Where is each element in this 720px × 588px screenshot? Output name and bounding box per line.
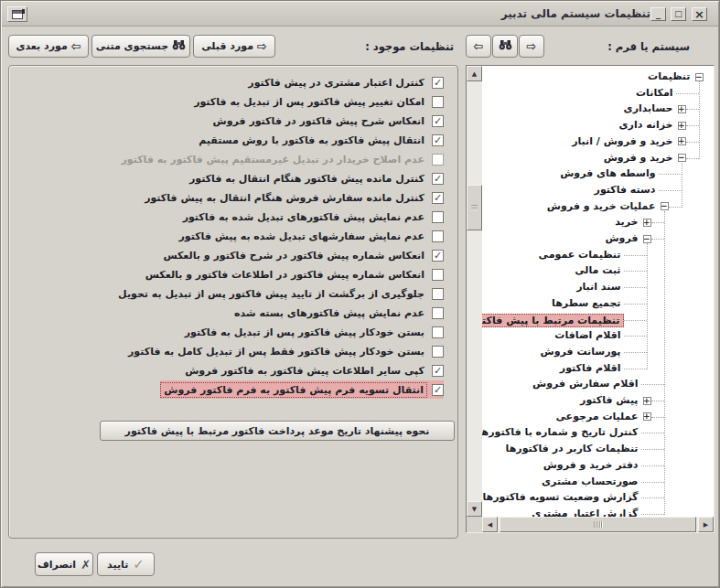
tree-previous-button[interactable]: ⇨ bbox=[519, 35, 544, 58]
ok-button[interactable]: تایید ✓ bbox=[97, 552, 155, 576]
tree-node-label[interactable]: ثبت مالی bbox=[572, 264, 623, 276]
window-icon[interactable] bbox=[7, 6, 27, 22]
tree-node[interactable]: واسطه های فروش bbox=[482, 166, 713, 182]
tree-node[interactable]: −خرید و فروش bbox=[482, 151, 713, 166]
tree-node-label[interactable]: پورسانت فروش bbox=[538, 346, 624, 358]
tree-node-label[interactable]: تنظیمات مرتبط با پیش فاکتور bbox=[482, 314, 624, 327]
tree-node[interactable]: دسته فاکتور bbox=[482, 183, 713, 198]
tree-node[interactable]: −فروش bbox=[482, 231, 713, 247]
tree-node[interactable]: +پیش فاکتور bbox=[482, 393, 713, 409]
tree-node[interactable]: +خرید و فروش / انبار bbox=[482, 134, 713, 150]
tree-node[interactable]: گزارش وضعیت تسویه فاکتورها bbox=[482, 490, 713, 506]
cancel-button[interactable]: انصراف ✗ bbox=[35, 552, 93, 576]
text-search-button[interactable]: جستجوی متنی bbox=[91, 35, 190, 58]
checkbox[interactable] bbox=[432, 307, 444, 319]
tree-node-label[interactable]: خرید bbox=[612, 216, 640, 228]
tree-node-label[interactable]: واسطه های فروش bbox=[557, 167, 658, 179]
checkbox[interactable]: ✓ bbox=[432, 192, 444, 204]
tree-horizontal-scrollbar[interactable]: ◀ ▶ bbox=[482, 517, 714, 532]
tree-node-label[interactable]: تنظیمات کاربر در فاکتورها bbox=[503, 443, 641, 454]
tree-vertical-scrollbar[interactable]: ▲ ▼ bbox=[467, 66, 482, 517]
due-date-suggestion-button[interactable]: نحوه پیشنهاد تاریخ موعد پرداخت فاکتور مر… bbox=[100, 421, 455, 441]
tree-node[interactable]: صورتحساب مشتری bbox=[482, 475, 713, 490]
tree-node-label[interactable]: پیش فاکتور bbox=[577, 394, 640, 406]
tree-node-label[interactable]: عملیات مرجوعی bbox=[553, 411, 640, 422]
tree-node-label[interactable]: صورتحساب مشتری bbox=[539, 476, 641, 487]
tree-node-label[interactable]: کنترل تاریخ و شماره با فاکتورهای قب bbox=[482, 426, 641, 438]
collapse-icon[interactable]: − bbox=[661, 202, 669, 210]
tree-search-button[interactable] bbox=[492, 35, 518, 58]
tree-node[interactable]: دفتر خرید و فروش bbox=[482, 458, 713, 474]
expand-icon[interactable]: + bbox=[678, 122, 686, 130]
horizontal-scroll-thumb[interactable] bbox=[500, 517, 696, 532]
checkbox[interactable] bbox=[432, 288, 444, 300]
previous-item-button[interactable]: مورد قبلی ⇨ bbox=[193, 35, 275, 58]
tree-node[interactable]: اقلام اضافات bbox=[482, 328, 713, 344]
tree-node-label[interactable]: تنظیمات عمومی bbox=[536, 249, 624, 261]
checkbox[interactable]: ✓ bbox=[432, 77, 444, 89]
tree-node-label[interactable]: خزانه داری bbox=[616, 119, 675, 131]
tree-node-label[interactable]: فروش bbox=[602, 232, 640, 244]
vertical-scroll-thumb[interactable] bbox=[467, 185, 482, 230]
tree-node[interactable]: ثبت مالی bbox=[482, 263, 713, 279]
scroll-down-icon[interactable]: ▼ bbox=[467, 501, 482, 517]
checkbox[interactable] bbox=[432, 326, 444, 338]
checkbox[interactable]: ✓ bbox=[432, 115, 444, 127]
collapse-icon[interactable]: − bbox=[695, 73, 704, 81]
expand-icon[interactable]: + bbox=[643, 219, 651, 227]
scroll-right-icon[interactable]: ▶ bbox=[698, 517, 714, 532]
tree-node-label[interactable]: خرید و فروش / انبار bbox=[569, 135, 675, 147]
checkbox[interactable]: ✓ bbox=[432, 134, 444, 146]
tree-node[interactable]: اقلام فاکتور bbox=[482, 361, 713, 377]
expand-icon[interactable]: + bbox=[678, 105, 686, 113]
scroll-up-icon[interactable]: ▲ bbox=[467, 66, 482, 81]
tree-node-label[interactable]: عملیات خرید و فروش bbox=[544, 200, 659, 212]
tree-node[interactable]: +عملیات مرجوعی bbox=[482, 410, 713, 425]
tree-node-label[interactable]: دفتر خرید و فروش bbox=[541, 459, 641, 471]
tree-node[interactable]: اقلام سفارش فروش bbox=[482, 377, 713, 392]
tree-node[interactable]: +خزانه داری bbox=[482, 118, 713, 134]
collapse-icon[interactable]: − bbox=[678, 154, 686, 162]
tree-node[interactable]: پورسانت فروش bbox=[482, 345, 713, 360]
checkbox[interactable] bbox=[432, 96, 444, 108]
expand-icon[interactable]: + bbox=[678, 137, 686, 145]
expand-icon[interactable]: + bbox=[643, 397, 651, 405]
expand-icon[interactable]: + bbox=[643, 412, 651, 421]
tree-node-label[interactable]: اقلام اضافات bbox=[552, 329, 623, 341]
scroll-left-icon[interactable]: ◀ bbox=[482, 517, 498, 532]
minimize-button[interactable]: _ bbox=[650, 7, 666, 21]
tree-node-label[interactable]: تجمیع سطرها bbox=[549, 297, 623, 309]
tree-node[interactable]: سند انبار bbox=[482, 280, 713, 295]
tree-node-label[interactable]: امکانات bbox=[633, 87, 675, 99]
tree-node[interactable]: −تنظیمات bbox=[482, 69, 713, 85]
tree-node[interactable]: امکانات bbox=[482, 86, 713, 102]
tree-node[interactable]: تنظیمات عمومی bbox=[482, 248, 713, 263]
tree-node-label[interactable]: اقلام فاکتور bbox=[557, 362, 624, 374]
tree-node-label[interactable]: گزارش وضعیت تسویه فاکتورها bbox=[482, 491, 641, 503]
tree-node-label[interactable]: حسابداری bbox=[621, 102, 676, 114]
close-button[interactable]: × bbox=[692, 7, 707, 21]
tree-node[interactable]: تجمیع سطرها bbox=[482, 296, 713, 312]
tree-node[interactable]: تنظیمات کاربر در فاکتورها bbox=[482, 442, 713, 457]
checkbox[interactable] bbox=[432, 346, 444, 358]
tree-node[interactable]: تنظیمات مرتبط با پیش فاکتور bbox=[482, 313, 713, 328]
tree-node-label[interactable]: خرید و فروش bbox=[601, 152, 676, 164]
checkbox[interactable]: ✓ bbox=[432, 384, 444, 396]
tree-node[interactable]: کنترل تاریخ و شماره با فاکتورهای قب bbox=[482, 425, 713, 441]
tree-node[interactable]: گزارش اعتبار مشتری bbox=[482, 507, 713, 517]
tree-node[interactable]: +حسابداری bbox=[482, 102, 713, 117]
checkbox[interactable]: ✓ bbox=[432, 365, 444, 377]
next-item-button[interactable]: مورد بعدی ⇦ bbox=[8, 35, 89, 58]
checkbox[interactable] bbox=[432, 230, 444, 242]
maximize-button[interactable]: □ bbox=[671, 7, 686, 21]
checkbox[interactable]: ✓ bbox=[432, 250, 444, 262]
collapse-icon[interactable]: − bbox=[643, 235, 651, 243]
tree-node-label[interactable]: سند انبار bbox=[574, 281, 623, 293]
tree-next-button[interactable]: ⇦ bbox=[466, 35, 491, 58]
checkbox[interactable]: ✓ bbox=[432, 173, 444, 185]
tree-node[interactable]: +خرید bbox=[482, 215, 713, 230]
tree-node-label[interactable]: اقلام سفارش فروش bbox=[530, 378, 640, 390]
title-bar[interactable]: تنظیمات سیستم مالی تدبیر _ □ × bbox=[2, 2, 718, 27]
tree-node-label[interactable]: گزارش اعتبار مشتری bbox=[529, 508, 640, 517]
checkbox[interactable] bbox=[432, 269, 444, 281]
